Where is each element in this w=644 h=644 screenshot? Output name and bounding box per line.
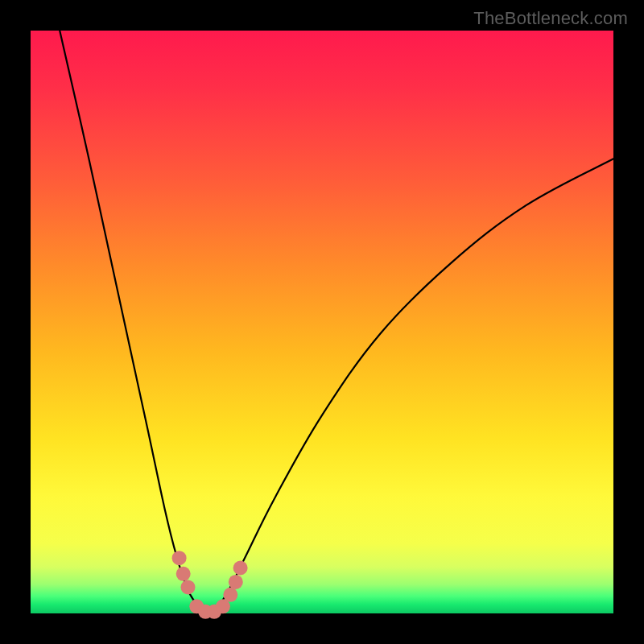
curve-marker	[233, 561, 248, 576]
curve-marker	[181, 580, 196, 594]
curve-layer	[31, 31, 613, 613]
curve-marker	[172, 551, 187, 565]
watermark-text: TheBottleneck.com	[473, 8, 628, 29]
chart-frame: TheBottleneck.com	[0, 0, 644, 644]
curve-marker	[176, 567, 191, 581]
bottleneck-curve	[60, 31, 613, 613]
curve-marker	[223, 588, 237, 602]
plot-area	[31, 31, 613, 613]
curve-marker	[229, 575, 243, 589]
marker-group	[172, 551, 248, 619]
